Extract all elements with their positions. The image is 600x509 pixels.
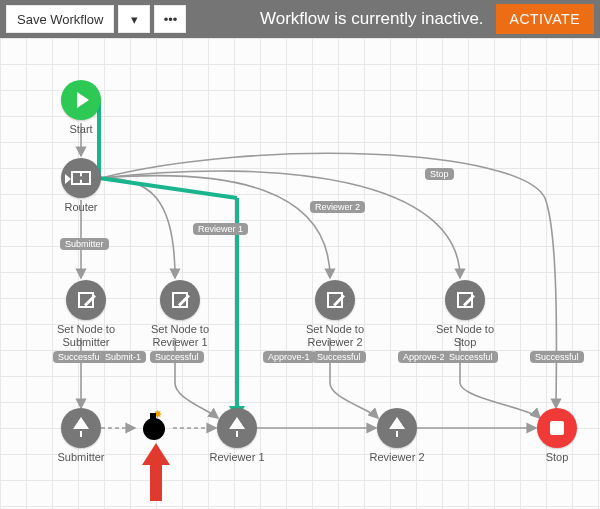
node-label: Set Node to Reviewer 1	[145, 323, 215, 348]
toolbar: Save Workflow ▾ ••• Workflow is currentl…	[0, 0, 600, 38]
chevron-down-icon: ▾	[131, 12, 138, 27]
save-button[interactable]: Save Workflow	[6, 5, 114, 33]
bomb-icon	[143, 418, 165, 440]
activate-button[interactable]: ACTIVATE	[496, 4, 594, 34]
node-set-stop[interactable]: Set Node to Stop	[430, 280, 500, 348]
node-router[interactable]: Router	[51, 158, 111, 214]
edge-label-successful-3: Successful	[312, 351, 366, 363]
node-reviewer1[interactable]: Reviewer 1	[207, 408, 267, 464]
node-set-submitter[interactable]: Set Node to Submitter	[51, 280, 121, 348]
node-label: Set Node to Submitter	[51, 323, 121, 348]
edge-label-approve2: Approve-2	[398, 351, 450, 363]
node-label: Router	[51, 201, 111, 214]
edge-label-stop: Stop	[425, 168, 454, 180]
node-start[interactable]: Start	[51, 80, 111, 136]
node-label: Reviewer 2	[367, 451, 427, 464]
stop-icon	[550, 421, 564, 435]
more-button[interactable]: •••	[154, 5, 186, 33]
node-label: Set Node to Reviewer 2	[300, 323, 370, 348]
edit-icon	[78, 292, 94, 308]
node-label: Set Node to Stop	[430, 323, 500, 348]
workflow-status: Workflow is currently inactive.	[260, 9, 484, 29]
node-set-reviewer2[interactable]: Set Node to Reviewer 2	[300, 280, 370, 348]
edge-label-successful-2: Successful	[150, 351, 204, 363]
edit-icon	[457, 292, 473, 308]
edge-label-submit1: Submit-1	[100, 351, 146, 363]
workflow-canvas[interactable]: Submitter Reviewer 1 Reviewer 2 Stop Suc…	[0, 38, 600, 509]
merge-icon	[389, 419, 405, 437]
save-dropdown-button[interactable]: ▾	[118, 5, 150, 33]
node-label: Start	[51, 123, 111, 136]
node-label: Submitter	[51, 451, 111, 464]
ellipsis-icon: •••	[164, 12, 178, 27]
edge-label-reviewer2: Reviewer 2	[310, 201, 365, 213]
node-label: Stop	[527, 451, 587, 464]
merge-icon	[229, 419, 245, 437]
node-set-reviewer1[interactable]: Set Node to Reviewer 1	[145, 280, 215, 348]
edge-label-reviewer1: Reviewer 1	[193, 223, 248, 235]
edge-label-successful-4: Successful	[444, 351, 498, 363]
node-reviewer2[interactable]: Reviewer 2	[367, 408, 427, 464]
node-submitter[interactable]: Submitter	[51, 408, 111, 464]
node-label: Reviewer 1	[207, 451, 267, 464]
edge-label-submitter: Submitter	[60, 238, 109, 250]
error-marker[interactable]: ✸	[136, 410, 172, 446]
node-stop[interactable]: Stop	[527, 408, 587, 464]
router-icon	[71, 171, 91, 185]
edit-icon	[172, 292, 188, 308]
edge-label-successful-1: Successful	[53, 351, 107, 363]
annotation-arrow	[138, 443, 174, 503]
edit-icon	[327, 292, 343, 308]
play-icon	[77, 92, 89, 108]
edge-label-successful-5: Successful	[530, 351, 584, 363]
merge-icon	[73, 419, 89, 437]
edge-label-approve1: Approve-1	[263, 351, 315, 363]
